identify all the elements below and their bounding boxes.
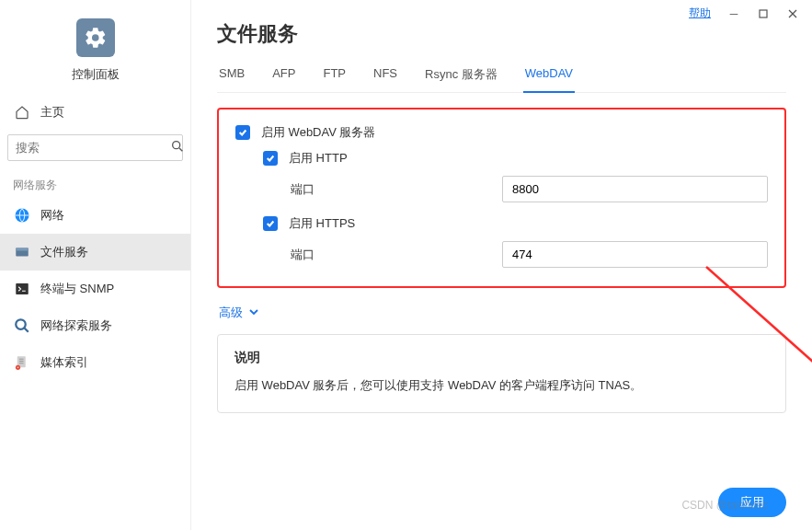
sidebar-item-label: 网络: [40, 207, 64, 224]
sidebar-item-label: 媒体索引: [40, 354, 88, 371]
document-icon: [13, 353, 31, 372]
chevron-down-icon: [248, 306, 259, 320]
info-box: 说明 启用 WebDAV 服务后，您可以使用支持 WebDAV 的客户端程序访问…: [217, 334, 786, 413]
search-box[interactable]: [7, 134, 183, 161]
main-panel: 文件服务 SMB AFP FTP NFS Rsync 服务器 WebDAV 启用…: [191, 0, 812, 530]
share-icon: [13, 243, 31, 261]
sidebar: 控制面板 主页 网络服务 网络 文件服务: [0, 0, 191, 530]
home-label: 主页: [40, 104, 64, 121]
info-title: 说明: [234, 350, 769, 366]
sidebar-item-network[interactable]: 网络: [0, 197, 190, 234]
svg-point-3: [173, 142, 180, 149]
sidebar-item-file-services[interactable]: 文件服务: [0, 234, 190, 271]
gear-icon: [76, 18, 115, 57]
tab-nfs[interactable]: NFS: [372, 63, 399, 92]
page-title: 文件服务: [217, 20, 786, 48]
svg-line-10: [24, 328, 29, 332]
checkbox-enable-webdav[interactable]: [235, 125, 250, 140]
home-icon: [13, 103, 31, 121]
http-port-row: 端口: [235, 176, 768, 202]
search-icon: [170, 139, 185, 156]
tab-rsync[interactable]: Rsync 服务器: [423, 63, 499, 92]
search-input[interactable]: [16, 141, 170, 155]
apply-button[interactable]: 应用: [718, 488, 786, 517]
https-port-label: 端口: [291, 247, 502, 263]
globe-icon: [13, 206, 31, 225]
tab-ftp[interactable]: FTP: [321, 63, 348, 92]
enable-http-row[interactable]: 启用 HTTP: [235, 150, 768, 167]
checkbox-enable-http[interactable]: [263, 151, 278, 166]
tab-webdav[interactable]: WebDAV: [523, 63, 575, 93]
info-text: 启用 WebDAV 服务后，您可以使用支持 WebDAV 的客户端程序访问 TN…: [234, 377, 769, 394]
app-logo-area: 控制面板: [0, 9, 190, 94]
enable-https-label: 启用 HTTPS: [289, 215, 355, 232]
https-port-input[interactable]: [502, 241, 768, 268]
svg-point-9: [16, 319, 26, 329]
app-label: 控制面板: [72, 66, 120, 83]
webdav-settings-box: 启用 WebDAV 服务器 启用 HTTP 端口 启用 HTTPS 端口: [217, 108, 786, 288]
advanced-toggle[interactable]: 高级: [219, 305, 786, 321]
checkbox-enable-https[interactable]: [263, 216, 278, 231]
enable-http-label: 启用 HTTP: [289, 150, 348, 167]
sidebar-item-label: 文件服务: [40, 244, 88, 260]
svg-rect-8: [16, 283, 29, 294]
svg-rect-7: [16, 248, 29, 251]
sidebar-item-media-index[interactable]: 媒体索引: [0, 344, 190, 381]
https-port-row: 端口: [235, 241, 768, 268]
svg-line-4: [179, 148, 182, 151]
sidebar-item-discovery[interactable]: 网络探索服务: [0, 307, 190, 344]
enable-https-row[interactable]: 启用 HTTPS: [235, 215, 768, 232]
http-port-label: 端口: [291, 181, 502, 198]
sidebar-item-label: 终端与 SNMP: [40, 281, 114, 297]
advanced-label: 高级: [219, 305, 243, 321]
tab-smb[interactable]: SMB: [217, 63, 246, 92]
home-nav[interactable]: 主页: [0, 94, 190, 131]
enable-webdav-label: 启用 WebDAV 服务器: [261, 124, 375, 141]
tab-afp[interactable]: AFP: [270, 63, 297, 92]
http-port-input[interactable]: [502, 176, 768, 202]
sidebar-item-terminal-snmp[interactable]: 终端与 SNMP: [0, 271, 190, 307]
sidebar-item-label: 网络探索服务: [40, 317, 112, 334]
terminal-icon: [13, 280, 31, 298]
enable-webdav-row[interactable]: 启用 WebDAV 服务器: [235, 124, 768, 141]
section-network-services: 网络服务: [0, 170, 190, 197]
tabs: SMB AFP FTP NFS Rsync 服务器 WebDAV: [217, 63, 786, 93]
magnify-icon: [13, 317, 31, 335]
